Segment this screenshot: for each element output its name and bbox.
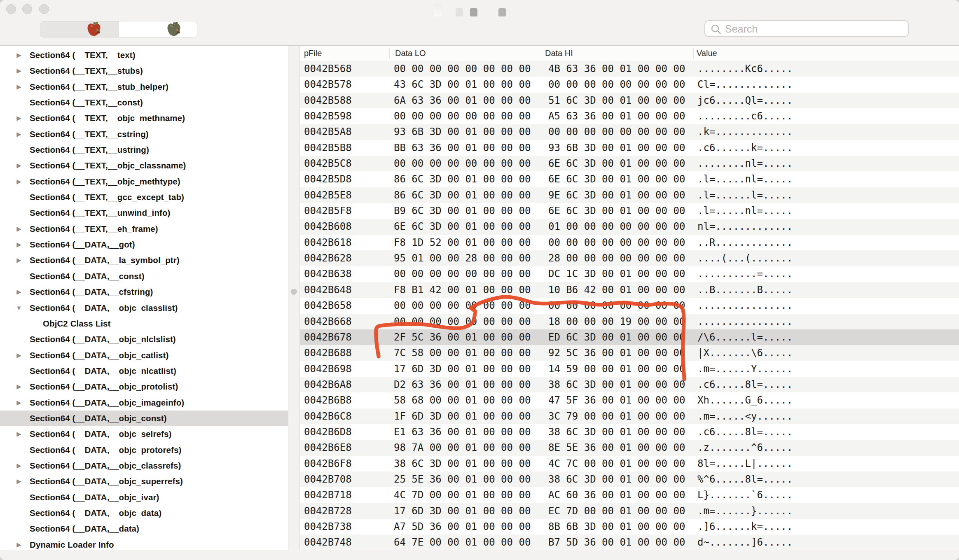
disclosure-triangle-icon[interactable]: ▶ [14, 537, 24, 550]
sidebar-item[interactable]: Section64 (__TEXT,__const) [0, 95, 288, 110]
toolbar-icon-3[interactable] [470, 8, 477, 16]
hex-row[interactable]: 0042B648 F8 B1 42 00 01 00 00 00 10 B6 4… [300, 282, 959, 298]
hex-row[interactable]: 0042B628 95 01 00 00 28 00 00 00 28 00 0… [300, 250, 959, 266]
hex-row[interactable]: 0042B588 6A 63 36 00 01 00 00 00 51 6C 3… [300, 93, 959, 108]
hex-row[interactable]: 0042B6B8 58 68 00 00 01 00 00 00 47 5F 3… [300, 392, 959, 408]
close-button[interactable] [6, 4, 16, 14]
disclosure-triangle-icon[interactable]: ▶ [14, 221, 24, 237]
sidebar-item[interactable]: Section64 (__DATA,__objc_protorefs) [0, 442, 288, 458]
sidebar-item[interactable]: ▶ Section64 (__DATA,__got) [0, 237, 288, 252]
hex-row[interactable]: 0042B568 00 00 00 00 00 00 00 00 4B 63 3… [300, 61, 959, 77]
disclosure-triangle-icon[interactable]: ▶ [14, 379, 24, 394]
column-header-value[interactable]: Value [697, 46, 717, 61]
sidebar-item[interactable]: ▶ Section64 (__TEXT,__text) [0, 47, 288, 63]
hex-row[interactable]: 0042B728 17 6D 3D 00 01 00 00 00 EC 7D 0… [300, 503, 959, 519]
toolbar-icon-1[interactable] [434, 4, 441, 16]
hex-row[interactable]: 0042B5E8 86 6C 3D 00 01 00 00 00 9E 6C 3… [300, 187, 959, 203]
sidebar-item[interactable]: Section64 (__TEXT,__unwind_info) [0, 205, 288, 221]
disclosure-triangle-icon[interactable]: ▶ [14, 284, 24, 300]
segment-raw-view[interactable] [40, 21, 119, 37]
hex-row[interactable]: 0042B748 64 7E 00 00 01 00 00 00 B7 5D 3… [300, 534, 959, 550]
hex-row[interactable]: 0042B718 4C 7D 00 00 01 00 00 00 AC 60 3… [300, 487, 959, 503]
hex-row[interactable]: 0042B698 17 6D 3D 00 01 00 00 00 14 59 0… [300, 361, 959, 377]
hex-row[interactable]: 0042B5B8 BB 63 36 00 01 00 00 00 93 6B 3… [300, 140, 959, 156]
sidebar-item[interactable]: Section64 (__TEXT,__gcc_except_tab) [0, 189, 288, 205]
zoom-button[interactable] [39, 4, 49, 14]
olive-apple-with-worm-icon [166, 22, 181, 37]
disclosure-triangle-icon[interactable]: ▼ [14, 300, 24, 316]
hex-row[interactable]: 0042B618 F8 1D 52 00 01 00 00 00 00 00 0… [300, 235, 959, 250]
disclosure-triangle-icon[interactable]: ▶ [14, 348, 24, 363]
hex-row[interactable]: 0042B6D8 E1 63 36 00 01 00 00 00 38 6C 3… [300, 424, 959, 440]
sidebar-item[interactable]: ▶ Section64 (__TEXT,__objc_methtype) [0, 174, 288, 189]
sidebar-item[interactable]: ▶ Section64 (__TEXT,__eh_frame) [0, 221, 288, 237]
sidebar-item[interactable]: ▶ Section64 (__DATA,__objc_imageinfo) [0, 395, 288, 411]
disclosure-triangle-icon[interactable]: ▶ [14, 110, 24, 126]
sidebar-item[interactable]: ▶ Section64 (__DATA,__objc_selrefs) [0, 426, 288, 442]
hex-row[interactable]: 0042B5A8 93 6B 3D 00 01 00 00 00 00 00 0… [300, 124, 959, 140]
sidebar-item[interactable]: ▶ Section64 (__DATA,__objc_catlist) [0, 348, 288, 363]
disclosure-triangle-icon[interactable]: ▶ [14, 474, 24, 489]
pane-splitter[interactable] [289, 46, 299, 550]
sidebar-item[interactable]: Section64 (__DATA,__objc_ivar) [0, 490, 288, 505]
hex-row[interactable]: 0042B608 6E 6C 3D 00 01 00 00 00 01 00 0… [300, 219, 959, 234]
disclosure-triangle-icon[interactable]: ▶ [14, 79, 24, 95]
column-header-data-hi[interactable]: Data HI [545, 46, 573, 61]
disclosure-triangle-icon[interactable]: ▶ [14, 47, 24, 63]
sidebar-item[interactable]: ObjC2 Class List [0, 316, 288, 331]
search-input[interactable] [724, 21, 903, 37]
sidebar-item[interactable]: Section64 (__TEXT,__ustring) [0, 142, 288, 158]
sidebar-item[interactable]: ▶ Section64 (__TEXT,__stub_helper) [0, 79, 288, 95]
disclosure-triangle-icon[interactable]: ▶ [14, 158, 24, 173]
sidebar-item[interactable]: ▼ Section64 (__DATA,__objc_classlist) [0, 300, 288, 316]
sidebar-item[interactable]: ▶ Section64 (__DATA,__objc_classrefs) [0, 458, 288, 474]
sidebar-item[interactable]: ▶ Section64 (__DATA,__cfstring) [0, 284, 288, 300]
hex-row[interactable]: 0042B5D8 86 6C 3D 00 01 00 00 00 6E 6C 3… [300, 171, 959, 187]
segment-rva-view[interactable] [119, 21, 197, 37]
toolbar-icon-2[interactable] [456, 8, 463, 16]
column-header-pfile[interactable]: pFile [304, 46, 322, 61]
sidebar-item-label: Section64 (__DATA,__objc_nlclslist) [30, 331, 176, 347]
hex-row[interactable]: 0042B6A8 D2 63 36 00 01 00 00 00 38 6C 3… [300, 377, 959, 392]
toolbar-icon-4[interactable] [498, 8, 506, 16]
hex-row[interactable]: 0042B6C8 1F 6D 3D 00 01 00 00 00 3C 79 0… [300, 408, 959, 424]
hex-row[interactable]: 0042B6F8 38 6C 3D 00 01 00 00 00 4C 7C 0… [300, 456, 959, 471]
sidebar-item[interactable]: ▶ Section64 (__TEXT,__stubs) [0, 63, 288, 79]
sidebar-item[interactable]: Section64 (__DATA,__objc_const) [0, 411, 288, 426]
column-header-data-lo[interactable]: Data LO [395, 46, 426, 61]
disclosure-triangle-icon[interactable]: ▶ [14, 458, 24, 474]
sidebar-item[interactable]: ▶ Section64 (__TEXT,__cstring) [0, 126, 288, 142]
sidebar-item[interactable]: ▶ Dynamic Loader Info [0, 537, 288, 550]
sidebar-item[interactable]: Section64 (__DATA,__objc_nlcatlist) [0, 363, 288, 379]
disclosure-triangle-icon[interactable]: ▶ [14, 252, 24, 268]
sidebar-item[interactable]: ▶ Section64 (__TEXT,__objc_methname) [0, 110, 288, 126]
disclosure-triangle-icon[interactable]: ▶ [14, 63, 24, 79]
disclosure-triangle-icon[interactable]: ▶ [14, 395, 24, 411]
hex-row[interactable]: 0042B708 25 5E 36 00 01 00 00 00 38 6C 3… [300, 471, 959, 487]
hex-row[interactable]: 0042B668 00 00 00 00 00 00 00 00 18 00 0… [300, 314, 959, 329]
sidebar-item[interactable]: ▶ Section64 (__DATA,__objc_superrefs) [0, 474, 288, 489]
disclosure-triangle-icon[interactable]: ▶ [14, 237, 24, 252]
hex-row[interactable]: 0042B738 A7 5D 36 00 01 00 00 00 8B 6B 3… [300, 519, 959, 534]
hex-row[interactable]: 0042B5F8 B9 6C 3D 00 01 00 00 00 6E 6C 3… [300, 203, 959, 219]
hex-row[interactable]: 0042B638 00 00 00 00 00 00 00 00 DC 1C 3… [300, 266, 959, 282]
hex-row[interactable]: 0042B578 43 6C 3D 00 01 00 00 00 00 00 0… [300, 77, 959, 92]
hex-row[interactable]: 0042B598 00 00 00 00 00 00 00 00 A5 63 3… [300, 108, 959, 124]
hex-row[interactable]: 0042B6E8 98 7A 00 00 01 00 00 00 8E 5E 3… [300, 440, 959, 455]
disclosure-triangle-icon[interactable]: ▶ [14, 426, 24, 442]
splitter-handle-icon[interactable] [291, 289, 297, 295]
sidebar-item[interactable]: ▶ Section64 (__TEXT,__objc_classname) [0, 158, 288, 173]
sidebar-item[interactable]: Section64 (__DATA,__objc_data) [0, 505, 288, 521]
sidebar-item[interactable]: Section64 (__DATA,__const) [0, 268, 288, 284]
disclosure-triangle-icon[interactable]: ▶ [14, 126, 24, 142]
sidebar-item[interactable]: ▶ Section64 (__DATA,__objc_protolist) [0, 379, 288, 394]
sidebar-item[interactable]: ▶ Section64 (__DATA,__la_symbol_ptr) [0, 252, 288, 268]
hex-row[interactable]: 0042B678 2F 5C 36 00 01 00 00 00 ED 6C 3… [300, 329, 959, 345]
minimize-button[interactable] [22, 4, 32, 14]
sidebar-item[interactable]: Section64 (__DATA,__objc_nlclslist) [0, 331, 288, 347]
sidebar-item[interactable]: Section64 (__DATA,__data) [0, 521, 288, 537]
disclosure-triangle-icon[interactable]: ▶ [14, 174, 24, 189]
hex-row[interactable]: 0042B658 00 00 00 00 00 00 00 00 00 00 0… [300, 298, 959, 313]
hex-row[interactable]: 0042B688 7C 58 00 00 01 00 00 00 92 5C 3… [300, 345, 959, 361]
hex-row[interactable]: 0042B5C8 00 00 00 00 00 00 00 00 6E 6C 3… [300, 156, 959, 171]
